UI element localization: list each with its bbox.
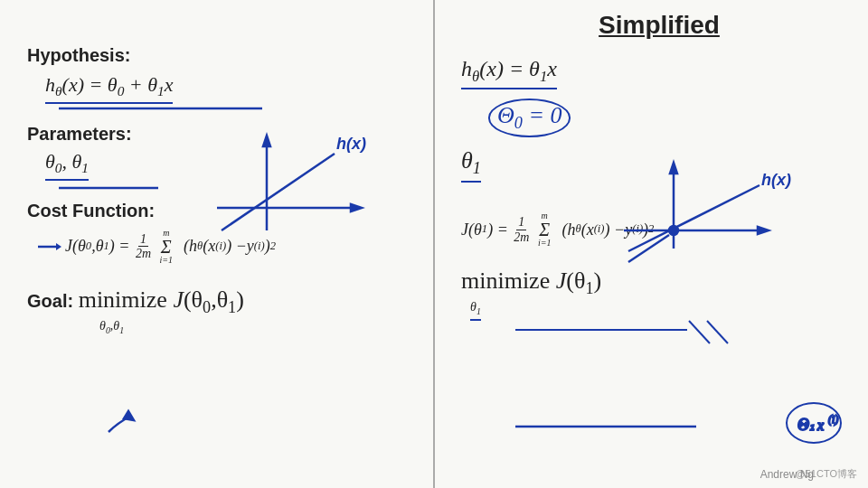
hypothesis-label: Hypothesis: bbox=[27, 45, 407, 66]
cost-function-label: Cost Function: bbox=[27, 201, 407, 221]
goal-formula: minimize J(θ0,θ1) bbox=[79, 286, 244, 317]
right-hypothesis: hθ(x) = θ1x bbox=[461, 57, 557, 80]
hypothesis-section: Hypothesis: hθ(x) = θ0 + θ1x bbox=[27, 45, 407, 104]
cost-function-section: Cost Function: J(θ0,θ1) = 1 2m m bbox=[27, 201, 407, 267]
right-panel: hθ(x) = θ1x Θ0 = 0 θ1 J(θ1) = 1 bbox=[434, 0, 868, 488]
theta0-equals-0: Θ0 = 0 bbox=[488, 99, 571, 136]
right-goal-subscript: θ1 bbox=[470, 298, 841, 321]
cost-arrow-icon bbox=[36, 238, 61, 256]
goal-label: Goal: bbox=[27, 291, 79, 312]
right-cost: J(θ1) = 1 2m m Σ i=1 (hθ(x(i)) − y(i))2 bbox=[461, 210, 841, 249]
svg-marker-1 bbox=[56, 243, 61, 250]
left-panel: Hypothesis: hθ(x) = θ0 + θ1x Parameters:… bbox=[0, 0, 434, 488]
goal-section: Goal: minimize J(θ0,θ1) θ0,θ1 bbox=[27, 286, 407, 337]
right-goal: minimize J(θ1) bbox=[461, 267, 601, 294]
cost-formula: J(θ0,θ1) = 1 2m m Σ i=1 (hθ(x(i)) − y(i)… bbox=[65, 227, 276, 267]
parameters-formula: θ0, θ1 bbox=[45, 150, 89, 173]
goal-subscript: θ0,θ1 bbox=[99, 317, 407, 337]
parameters-label: Parameters: bbox=[27, 124, 407, 145]
parameters-section: Parameters: θ0, θ1 bbox=[27, 124, 407, 181]
right-parameter: θ1 bbox=[461, 147, 481, 174]
attribution: Andrew Ng bbox=[760, 468, 814, 481]
hypothesis-formula: hθ(x) = θ0 + θ1x bbox=[45, 73, 173, 96]
